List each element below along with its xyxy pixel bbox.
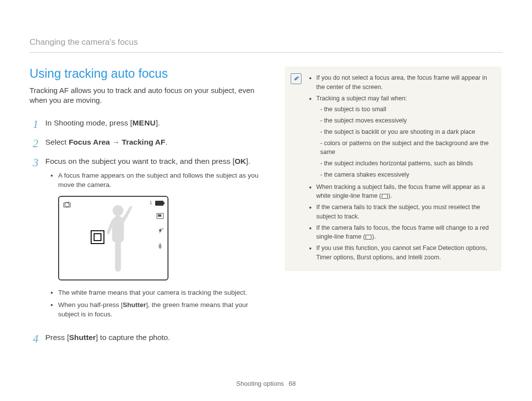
note-subitem: the subject moves excessively xyxy=(320,116,493,125)
note-list: If you do not select a focus area, the f… xyxy=(307,73,493,262)
note-item: If the camera fails to track the subject… xyxy=(316,203,493,221)
step-number: 1 xyxy=(30,118,38,130)
note-item: If you do not select a focus area, the f… xyxy=(316,73,493,92)
svg-point-7 xyxy=(113,205,124,216)
ok-button-label: OK xyxy=(234,157,246,165)
sub-bullet-list: The white frame means that your camera i… xyxy=(45,288,261,319)
left-column: Using tracking auto focus Tracking AF al… xyxy=(30,66,261,386)
battery-icon xyxy=(155,201,164,206)
step-body: Focus on the subject you want to track, … xyxy=(45,156,261,325)
shot-counter: 1 xyxy=(149,201,164,206)
sub-bullet: The white frame means that your camera i… xyxy=(58,288,261,298)
note-item: If you use this function, you cannot set… xyxy=(316,244,493,262)
shutter-label: Shutter xyxy=(123,301,146,308)
step-text: . xyxy=(166,138,167,146)
menu-button-label: MENU xyxy=(133,119,156,127)
step-text: ]. xyxy=(156,119,160,127)
note-icon: ✐ xyxy=(291,73,301,84)
breadcrumb: Changing the camera's focus xyxy=(30,37,502,47)
lead-paragraph: Tracking AF allows you to track and auto… xyxy=(30,86,261,106)
menu-path-item: Tracking AF xyxy=(122,138,165,146)
page-footer: Shooting options 68 xyxy=(0,380,532,387)
note-subitem: the subject is backlit or you are shooti… xyxy=(320,127,493,137)
step-body: Select Focus Area → Tracking AF. xyxy=(45,137,261,149)
content-columns: Using tracking auto focus Tracking AF al… xyxy=(30,66,502,386)
step-text: ]. xyxy=(246,157,251,165)
divider xyxy=(30,52,502,53)
flash-auto-icon: A xyxy=(157,227,164,237)
focus-frame-icon xyxy=(91,230,104,244)
note-sublist: the subject is too small the subject mov… xyxy=(316,105,493,179)
step-number: 3 xyxy=(30,156,38,325)
step-1: 1 In Shooting mode, press [MENU]. xyxy=(30,118,261,130)
note-item: When tracking a subject fails, the focus… xyxy=(316,183,493,201)
frame-glyph-icon xyxy=(382,194,388,199)
arrow-icon: → xyxy=(110,138,122,146)
side-icon-stack: A xyxy=(157,213,164,252)
step-text: Press [ xyxy=(45,333,69,341)
camera-mode-icon xyxy=(63,201,71,210)
step-4: 4 Press [Shutter] to capture the photo. xyxy=(30,332,261,344)
step-body: Press [Shutter] to capture the photo. xyxy=(45,332,261,344)
svg-point-0 xyxy=(65,202,69,207)
page-number: 68 xyxy=(289,380,296,387)
step-text: In Shooting mode, press [ xyxy=(45,119,133,127)
step-2: 2 Select Focus Area → Tracking AF. xyxy=(30,137,261,149)
svg-text:A: A xyxy=(162,227,164,230)
step-3: 3 Focus on the subject you want to track… xyxy=(30,156,261,325)
note-subitem: colors or patterns on the subject and th… xyxy=(320,139,493,157)
shutter-label: Shutter xyxy=(69,333,96,341)
frame-glyph-icon xyxy=(366,235,371,240)
sub-bullet-list: A focus frame appears on the subject and… xyxy=(45,171,261,190)
footer-section: Shooting options xyxy=(236,380,284,387)
note-item: Tracking a subject may fail when: the su… xyxy=(316,94,493,180)
step-text: Focus on the subject you want to track, … xyxy=(45,157,234,165)
svg-rect-4 xyxy=(158,214,162,216)
manual-page: Changing the camera's focus Using tracki… xyxy=(0,0,532,401)
stabilizer-icon xyxy=(157,243,164,252)
note-subitem: the camera shakes excessively xyxy=(320,170,493,180)
step-number: 2 xyxy=(30,137,38,149)
image-size-icon xyxy=(157,213,164,221)
step-text: Select xyxy=(45,138,68,146)
step-body: In Shooting mode, press [MENU]. xyxy=(45,118,261,130)
note-item: If the camera fails to focus, the focus … xyxy=(316,223,493,242)
steps-list: 1 In Shooting mode, press [MENU]. 2 Sele… xyxy=(30,118,261,344)
menu-path-item: Focus Area xyxy=(68,138,110,146)
note-panel: ✐ If you do not select a focus area, the… xyxy=(285,66,501,271)
section-title: Using tracking auto focus xyxy=(30,66,261,81)
note-subitem: the subject is too small xyxy=(320,105,493,114)
lcd-preview-illustration: 1 A xyxy=(58,196,168,280)
sub-bullet: A focus frame appears on the subject and… xyxy=(58,171,261,190)
note-subitem: the subject includes horizontal patterns… xyxy=(320,159,493,168)
step-number: 4 xyxy=(30,332,38,344)
step-text: ] to capture the photo. xyxy=(96,333,170,341)
sub-bullet: When you half-press [Shutter], the green… xyxy=(58,301,261,319)
right-column: ✐ If you do not select a focus area, the… xyxy=(285,66,501,386)
